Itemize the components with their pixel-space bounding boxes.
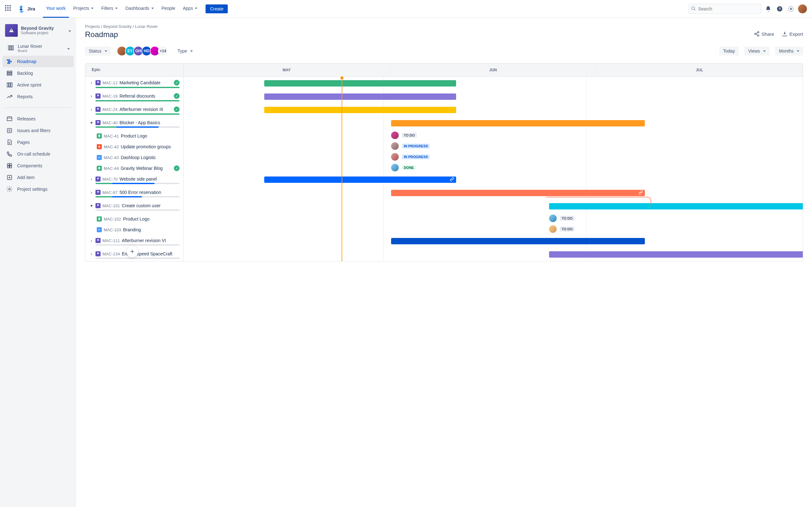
nav-item-people[interactable]: People <box>158 0 179 18</box>
sidebar-item-issues-and-filters[interactable]: Issues and filters <box>3 125 73 136</box>
create-button[interactable]: Create <box>206 4 228 13</box>
status-lozenge[interactable]: TO DO <box>560 227 575 232</box>
nav-item-projects[interactable]: Projects <box>70 0 97 18</box>
timeline-bar[interactable] <box>391 190 645 196</box>
sidebar-item-project-settings[interactable]: Project settings <box>3 183 73 195</box>
svg-line-35 <box>756 34 757 35</box>
status-filter[interactable]: Status <box>85 47 111 55</box>
child-summary-row[interactable]: MAC-41Product Logo <box>97 133 180 138</box>
done-check-icon: ✓ <box>174 93 180 99</box>
project-sidebar: Beyond Gravity Software project Lunar Ro… <box>0 18 76 507</box>
expand-toggle[interactable]: ▾ <box>89 203 94 208</box>
avatar-overflow[interactable]: +14 <box>158 46 168 56</box>
child-summary-row[interactable]: MAC-102Product Logo <box>97 216 180 222</box>
done-check-icon: ✓ <box>174 107 180 112</box>
project-header[interactable]: Beyond Gravity Software project <box>3 24 73 42</box>
create-epic-fab[interactable]: + <box>126 246 138 257</box>
epic-column-header: Epic <box>85 63 184 76</box>
epic-summary-row[interactable]: ›MAC-19Referral discounts✓ <box>89 93 180 99</box>
board-selector[interactable]: Lunar Rover Board <box>3 42 73 55</box>
views-dropdown[interactable]: Views <box>745 47 769 55</box>
sidebar-item-active-sprint[interactable]: Active sprint <box>3 79 73 91</box>
dependency-link-icon <box>639 190 643 196</box>
assignee-avatar[interactable] <box>391 142 399 150</box>
expand-toggle[interactable]: › <box>89 238 94 243</box>
expand-toggle[interactable]: › <box>89 190 94 195</box>
sidebar-item-reports[interactable]: Reports <box>3 91 73 102</box>
expand-toggle[interactable]: › <box>89 80 94 85</box>
status-lozenge[interactable]: DONE <box>402 165 416 170</box>
project-expand-icon[interactable] <box>68 28 71 33</box>
timeline-bar[interactable] <box>264 94 456 100</box>
sidebar-item-releases[interactable]: Releases <box>3 113 73 124</box>
pages-icon <box>6 139 13 146</box>
status-lozenge[interactable]: IN PROGRESS <box>402 144 430 149</box>
nav-item-apps[interactable]: Apps <box>180 0 200 18</box>
timeline-bar[interactable] <box>264 107 456 113</box>
expand-toggle[interactable]: › <box>89 251 94 257</box>
assignee-avatar[interactable] <box>549 225 557 233</box>
epic-summary-row[interactable]: ›MAC-87500 Error reservation <box>89 190 180 195</box>
type-filter[interactable]: Type <box>174 47 197 55</box>
nav-item-your-work[interactable]: Your work <box>43 0 69 18</box>
svg-rect-17 <box>11 83 12 87</box>
timeline-bar[interactable] <box>549 251 803 258</box>
sidebar-item-pages[interactable]: Pages <box>3 136 73 148</box>
expand-toggle[interactable]: ▾ <box>89 120 94 125</box>
expand-toggle[interactable]: › <box>89 176 94 181</box>
issue-key: MAC-41 <box>104 134 119 138</box>
child-summary-row[interactable]: MAC-42Update promotion groups <box>97 144 180 149</box>
timeline-bar[interactable] <box>391 120 645 126</box>
issue-key: MAC-70 <box>102 177 118 181</box>
epic-summary-row[interactable]: ›MAC-111Afterburner revision VI <box>89 238 180 243</box>
sidebar-item-add-item[interactable]: Add item <box>3 172 73 183</box>
status-lozenge[interactable]: TO DO <box>402 133 417 138</box>
notifications-icon[interactable] <box>764 4 773 13</box>
child-summary-row[interactable]: MAC-43Dashloop Logistic <box>97 155 180 160</box>
svg-rect-25 <box>7 166 9 168</box>
assignee-avatar[interactable] <box>391 131 399 139</box>
app-switcher-icon[interactable] <box>5 5 13 13</box>
help-icon[interactable]: ? <box>775 4 784 13</box>
expand-toggle[interactable]: › <box>89 107 94 112</box>
timeline-bar[interactable] <box>391 238 645 244</box>
sidebar-item-roadmap[interactable]: Roadmap <box>3 56 73 67</box>
sidebar-item-backlog[interactable]: Backlog <box>3 67 73 79</box>
sidebar-item-on-call-schedule[interactable]: On-call schedule <box>3 148 73 160</box>
timeline-bar[interactable] <box>264 80 456 87</box>
user-avatar[interactable] <box>798 4 807 13</box>
assignee-avatar[interactable] <box>391 164 399 171</box>
child-issue-row: MAC-102Product LogoTO DO <box>85 213 803 224</box>
svg-rect-12 <box>7 71 12 72</box>
assignee-avatar[interactable] <box>549 215 557 222</box>
timescale-dropdown[interactable]: Months <box>775 47 803 55</box>
jira-logo[interactable]: Jira <box>18 5 35 13</box>
child-summary-row[interactable]: MAC-103Branding <box>97 227 180 232</box>
share-button[interactable]: Share <box>754 31 774 37</box>
epic-summary-row[interactable]: ▾MAC-40Blocker - App Basics <box>89 120 180 125</box>
epic-summary-row[interactable]: ›MAC-24Afterburner revision III✓ <box>89 107 180 112</box>
svg-rect-26 <box>10 166 12 168</box>
status-lozenge[interactable]: IN PROGRESS <box>402 154 430 159</box>
timeline-bar[interactable] <box>264 176 456 183</box>
timeline-bar[interactable] <box>549 203 803 210</box>
epic-summary-row[interactable]: ›MAC-12Marketing Candidate✓ <box>89 80 180 86</box>
breadcrumb-segment[interactable]: Lunar Rover <box>135 24 158 29</box>
expand-toggle[interactable]: › <box>89 94 94 99</box>
child-summary-row[interactable]: MAC-44Gravity Webinar Blog✓ <box>97 165 180 171</box>
nav-item-filters[interactable]: Filters <box>98 0 121 18</box>
export-button[interactable]: Export <box>782 31 803 37</box>
epic-progress <box>96 126 180 128</box>
epic-summary-row[interactable]: ▾MAC-101Create custom user <box>89 203 180 208</box>
breadcrumb-segment[interactable]: Beyond Gravity <box>103 24 132 29</box>
settings-icon[interactable] <box>786 4 796 13</box>
child-issue-row: MAC-103BrandingTO DO <box>85 224 803 234</box>
sidebar-item-components[interactable]: Components <box>3 160 73 171</box>
today-button[interactable]: Today <box>719 47 739 55</box>
epic-summary-row[interactable]: ›MAC-70Website side panel <box>89 176 180 181</box>
status-lozenge[interactable]: TO DO <box>560 216 575 221</box>
assignee-avatar[interactable] <box>391 153 399 161</box>
search-input[interactable] <box>688 4 761 14</box>
nav-item-dashboards[interactable]: Dashboards <box>122 0 157 18</box>
breadcrumb-segment[interactable]: Projects <box>85 24 100 29</box>
